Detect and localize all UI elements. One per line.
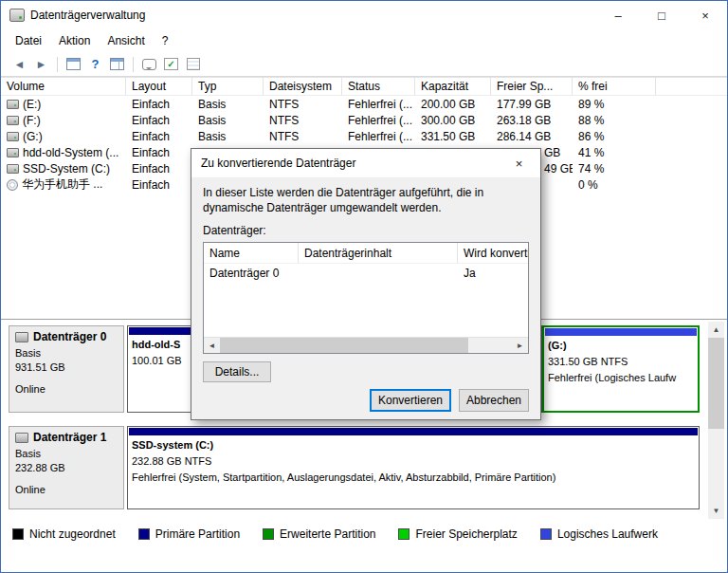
titlebar: Datenträgerverwaltung – □ ×	[1, 1, 727, 29]
scroll-down-icon[interactable]: ▼	[708, 503, 724, 519]
disk-name: Datenträger 1	[33, 431, 106, 444]
dialog-column-name[interactable]: Name	[204, 243, 299, 263]
drive-icon	[15, 332, 28, 342]
legend-label: Erweiterte Partition	[280, 527, 375, 541]
volume-cell: SSD-System (C:)	[1, 160, 126, 176]
partition-g-logical[interactable]: (G:) 331.50 GB NTFS Fehlerfrei (Logische…	[542, 325, 700, 413]
cd-drive-icon	[7, 179, 18, 191]
column-header-dateisystem[interactable]: Dateisystem	[264, 78, 342, 95]
layout-cell: Einfach	[126, 128, 192, 144]
drive-icon	[15, 433, 28, 443]
volume-disk-icon	[7, 116, 19, 125]
dialog-row-name: Datenträger 0	[204, 267, 299, 280]
convert-button[interactable]: Konvertieren	[370, 389, 451, 412]
prozent-frei-cell: 88 %	[573, 112, 656, 128]
legend-label: Nicht zugeordnet	[29, 527, 116, 541]
back-icon[interactable]: ◄	[9, 54, 30, 75]
horizontal-scrollbar[interactable]: ◄ ►	[204, 337, 528, 353]
disk-type: Basis	[15, 346, 118, 360]
legend-label: Primäre Partition	[155, 527, 240, 541]
vertical-scrollbar[interactable]: ▲ ▼	[708, 322, 724, 519]
convert-disks-dialog: Zu konvertierende Datenträger × In diese…	[191, 148, 541, 420]
check-disk-icon[interactable]: ✓	[160, 54, 182, 75]
disk0-label-box[interactable]: Datenträger 0 Basis 931.51 GB Online	[9, 325, 124, 413]
scroll-up-icon[interactable]: ▲	[708, 322, 724, 338]
minimize-button[interactable]: –	[596, 1, 640, 29]
scrollbar-thumb[interactable]	[708, 338, 724, 429]
dialog-titlebar: Zu konvertierende Datenträger ×	[191, 149, 540, 177]
dialog-message: In dieser Liste werden die Datenträger a…	[203, 185, 529, 215]
disk-status: Online	[15, 382, 118, 397]
partition-status: Fehlerfrei (System, Startpartition, Ausl…	[128, 470, 699, 486]
action-bubble-icon[interactable]	[138, 54, 160, 75]
extended-partition-swatch	[263, 528, 274, 540]
list-pane-icon	[66, 58, 81, 70]
volume-name: SSD-System (C:)	[23, 162, 110, 176]
partition-name: SSD-system (C:)	[128, 437, 699, 453]
layout-cell: Einfach	[126, 96, 192, 112]
legend-label: Logisches Laufwerk	[557, 527, 658, 541]
properties-doc-icon[interactable]	[182, 54, 204, 75]
dialog-title: Zu konvertierende Datenträger	[201, 157, 355, 170]
close-button[interactable]: ×	[683, 1, 727, 29]
details-button[interactable]: Details...	[203, 361, 271, 382]
volume-cell: (F:)	[1, 112, 126, 128]
column-header-prozent-frei[interactable]: % frei	[573, 78, 656, 95]
partition-legend: Nicht zugeordnet Primäre Partition Erwei…	[1, 521, 727, 547]
kapazitaet-cell: 300.00 GB	[415, 112, 491, 128]
volume-disk-icon	[7, 132, 19, 141]
partition-size: 232.88 GB NTFS	[128, 453, 699, 470]
dialog-row-converted: Ja	[458, 267, 528, 280]
scrollbar-thumb[interactable]	[220, 338, 468, 353]
column-header-volume[interactable]: Volume	[1, 78, 126, 95]
help-icon[interactable]: ?	[84, 54, 106, 75]
table-row[interactable]: (E:) Einfach Basis NTFS Fehlerfrei (... …	[1, 96, 727, 112]
disk-type: Basis	[15, 447, 118, 461]
table-row[interactable]: (F:) Einfach Basis NTFS Fehlerfrei (... …	[1, 112, 727, 128]
show-graphic-pane-icon[interactable]	[106, 54, 128, 75]
column-header-layout[interactable]: Layout	[126, 78, 192, 95]
freier-speicher-cell: 177.99 GB	[491, 96, 573, 112]
disk-row-1: Datenträger 1 Basis 232.88 GB Online SSD…	[9, 426, 700, 509]
disk1-label-box[interactable]: Datenträger 1 Basis 232.88 GB Online	[9, 426, 124, 509]
disk-size: 931.51 GB	[15, 360, 118, 375]
bubble-icon	[142, 59, 156, 70]
dialog-column-content[interactable]: Datenträgerinhalt	[299, 243, 458, 263]
kapazitaet-cell: 331.50 GB	[415, 128, 491, 144]
menu-ansicht[interactable]: Ansicht	[99, 30, 153, 51]
prozent-frei-cell: 74 %	[573, 160, 656, 176]
column-header-freier-speicher[interactable]: Freier Sp...	[491, 78, 573, 95]
layout-cell: Einfach	[126, 144, 192, 160]
typ-cell: Basis	[192, 96, 264, 112]
table-row[interactable]: (G:) Einfach Basis NTFS Fehlerfrei (... …	[1, 128, 727, 144]
toolbar-separator	[57, 57, 58, 72]
volume-disk-icon	[7, 148, 19, 157]
graphic-pane-icon	[110, 58, 124, 70]
prozent-frei-cell: 0 %	[573, 176, 656, 193]
freier-speicher-cell: 263.18 GB	[491, 112, 573, 128]
scroll-right-icon[interactable]: ►	[512, 338, 528, 354]
dialog-column-converted[interactable]: Wird konvertie	[458, 243, 528, 263]
layout-cell: Einfach	[126, 176, 192, 193]
volume-list-header: Volume Layout Typ Dateisystem Status Kap…	[1, 78, 727, 96]
legend-label: Freier Speicherplatz	[415, 527, 517, 541]
scroll-left-icon[interactable]: ◄	[204, 338, 220, 354]
maximize-button[interactable]: □	[640, 1, 683, 29]
list-item[interactable]: Datenträger 0 Ja	[204, 264, 528, 283]
menu-aktion[interactable]: Aktion	[50, 30, 99, 51]
dialog-close-icon[interactable]: ×	[498, 149, 540, 177]
column-header-status[interactable]: Status	[342, 78, 415, 95]
freier-speicher-cell: 286.14 GB	[491, 128, 573, 144]
partition-ssd-system-c[interactable]: SSD-system (C:) 232.88 GB NTFS Fehlerfre…	[127, 426, 700, 509]
forward-icon[interactable]: ►	[30, 54, 52, 75]
volume-disk-icon	[7, 100, 19, 109]
show-list-pane-icon[interactable]	[63, 54, 84, 75]
column-header-typ[interactable]: Typ	[192, 78, 264, 95]
menu-help[interactable]: ?	[154, 30, 177, 51]
layout-cell: Einfach	[126, 160, 192, 176]
column-header-kapazitaet[interactable]: Kapazität	[415, 78, 491, 95]
disk-status: Online	[15, 483, 118, 497]
menu-datei[interactable]: Datei	[7, 30, 50, 51]
volume-name: (F:)	[23, 114, 41, 127]
cancel-button[interactable]: Abbrechen	[459, 389, 529, 412]
